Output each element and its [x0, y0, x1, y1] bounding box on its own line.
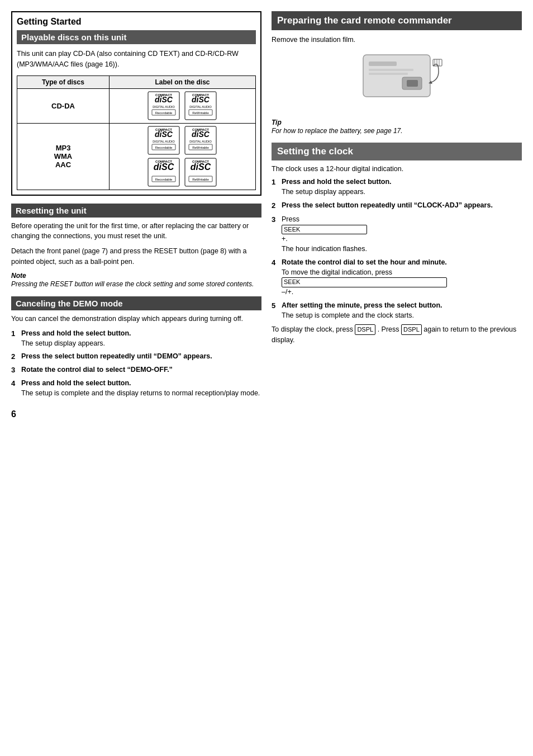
clock-steps-list: 1 Press and hold the select button. The … — [272, 177, 522, 320]
demo-step3-bold: Rotate the control dial to select “DEMO-… — [21, 365, 173, 375]
svg-text:diSC: diSC — [155, 95, 174, 104]
demo-step1-sub: The setup display appears. — [21, 339, 131, 349]
demo-section: Canceling the DEMO mode You can cancel t… — [11, 296, 261, 398]
table-row: MP3 WMA AAC COMPACT diSC DIGITAL AUDIO — [17, 123, 256, 190]
tip-section: Tip For how to replace the battery, see … — [272, 118, 522, 135]
disc-type-mp3: MP3 WMA AAC — [17, 123, 110, 190]
table-row: CD-DA COMPACT diSC DIGITAL AUDIO — [17, 88, 256, 123]
clock-step1-sub: The setup display appears. — [282, 187, 392, 197]
list-item: 2 Press the select button repeatedly unt… — [272, 201, 522, 211]
svg-text:ReWritable: ReWritable — [193, 178, 210, 181]
intro-text: This unit can play CD-DA (also containin… — [17, 49, 256, 70]
col-type: Type of discs — [17, 75, 110, 88]
svg-text:diSC: diSC — [191, 162, 211, 172]
svg-rect-37 — [369, 73, 408, 75]
getting-started-box: Getting Started Playable discs on this u… — [11, 11, 261, 196]
svg-rect-39 — [407, 80, 418, 87]
disc-icon-mp3-rewritable1: COMPACT diSC DIGITAL AUDIO ReWritable — [183, 126, 218, 155]
svg-text:Recordable: Recordable — [155, 178, 173, 181]
disc-icon-mp3-rewritable2: COMPACT diSC ReWritable — [183, 158, 218, 187]
list-item: 4 Rotate the control dial to set the hou… — [272, 258, 522, 297]
svg-text:diSC: diSC — [155, 130, 174, 139]
clock-step3-sub: The hour indication flashes. — [282, 244, 367, 254]
clock-footer: To display the clock, press DSPL . Press… — [272, 324, 522, 346]
svg-text:ReWritable: ReWritable — [193, 111, 210, 115]
svg-text:diSC: diSC — [192, 130, 211, 139]
svg-text:DIGITAL AUDIO: DIGITAL AUDIO — [153, 105, 175, 108]
resetting-body2: Detach the front panel (page 7) and pres… — [11, 246, 261, 267]
disc-icon-mp3-recordable2: COMPACT diSC Recordable — [146, 158, 181, 187]
getting-started-title: Getting Started — [17, 17, 256, 27]
svg-text:DIGITAL AUDIO: DIGITAL AUDIO — [190, 105, 212, 108]
preparing-section: Preparing the card remote commander Remo… — [272, 11, 522, 135]
preparing-intro: Remove the insulation film. — [272, 36, 522, 44]
svg-text:Recordable: Recordable — [155, 111, 173, 115]
list-item: 5 After setting the minute, press the se… — [272, 301, 522, 320]
seek-kbd-2: SEEK — [282, 277, 447, 287]
card-remote-image-area — [272, 49, 522, 112]
right-column: Preparing the card remote commander Remo… — [272, 11, 522, 419]
demo-step4-bold: Press and hold the select button. — [21, 379, 260, 389]
disc-icons-cdda: COMPACT diSC DIGITAL AUDIO Recordable — [109, 88, 255, 123]
page-layout: Getting Started Playable discs on this u… — [11, 11, 522, 419]
svg-text:ReWritable: ReWritable — [193, 146, 210, 149]
svg-text:Recordable: Recordable — [155, 146, 173, 149]
svg-rect-35 — [369, 62, 397, 66]
list-item: 1 Press and hold the select button. The … — [272, 177, 522, 197]
svg-rect-36 — [369, 69, 413, 71]
demo-header: Canceling the DEMO mode — [11, 296, 261, 310]
dspl-kbd-2: DSPL — [401, 324, 422, 335]
demo-step2-bold: Press the select button repeatedly until… — [21, 352, 212, 362]
list-item: 3 Press SEEK +. The hour indication flas… — [272, 215, 522, 254]
demo-step1-bold: Press and hold the select button. — [21, 329, 131, 339]
disc-icon-recordable: COMPACT diSC DIGITAL AUDIO Recordable — [146, 91, 181, 121]
list-item: 3 Rotate the control dial to select “DEM… — [11, 365, 261, 375]
resetting-header: Resetting the unit — [11, 204, 261, 218]
demo-step4-sub: The setup is complete and the display re… — [21, 389, 260, 399]
preparing-header: Preparing the card remote commander — [272, 11, 522, 30]
clock-step5-sub: The setup is complete and the clock star… — [282, 311, 442, 321]
clock-header: Setting the clock — [272, 143, 522, 160]
col-label: Label on the disc — [109, 75, 255, 88]
disc-icon-rewritable: COMPACT diSC DIGITAL AUDIO ReWritable — [183, 91, 218, 121]
demo-intro: You can cancel the demonstration display… — [11, 314, 261, 324]
list-item: 4 Press and hold the select button. The … — [11, 379, 261, 398]
note-block: Note Pressing the RESET button will eras… — [11, 272, 261, 289]
disc-icon-mp3-recordable1: COMPACT diSC DIGITAL AUDIO Recordable — [146, 126, 181, 155]
clock-step2-bold: Press the select button repeatedly until… — [282, 201, 493, 211]
disc-icons-mp3: COMPACT diSC DIGITAL AUDIO Recordable — [109, 123, 255, 190]
clock-step3-bold: Press SEEK +. — [282, 215, 367, 244]
svg-text:DIGITAL AUDIO: DIGITAL AUDIO — [153, 140, 175, 143]
tip-label: Tip — [272, 119, 282, 126]
card-remote-svg — [346, 49, 447, 111]
page-number: 6 — [11, 409, 261, 419]
svg-text:diSC: diSC — [154, 162, 174, 172]
resetting-section: Resetting the unit Before operating the … — [11, 204, 261, 289]
disc-table: Type of discs Label on the disc CD-DA — [17, 75, 256, 190]
note-text: Pressing the RESET button will erase the… — [11, 280, 254, 288]
clock-step4-sub: To move the digital indication, press SE… — [282, 268, 447, 297]
left-column: Getting Started Playable discs on this u… — [11, 11, 261, 419]
clock-step1-bold: Press and hold the select button. — [282, 177, 392, 187]
disc-type-cdda: CD-DA — [17, 88, 110, 123]
svg-text:DIGITAL AUDIO: DIGITAL AUDIO — [190, 140, 212, 143]
resetting-body1: Before operating the unit for the first … — [11, 221, 261, 242]
svg-rect-34 — [363, 55, 430, 97]
list-item: 2 Press the select button repeatedly unt… — [11, 352, 261, 362]
tip-text: For how to replace the battery, see page… — [272, 127, 403, 135]
clock-intro: The clock uses a 12-hour digital indicat… — [272, 165, 522, 173]
svg-text:diSC: diSC — [192, 95, 211, 104]
demo-steps-list: 1 Press and hold the select button. The … — [11, 329, 261, 398]
list-item: 1 Press and hold the select button. The … — [11, 329, 261, 348]
dspl-kbd-1: DSPL — [355, 324, 375, 335]
clock-step4-bold: Rotate the control dial to set the hour … — [282, 258, 447, 268]
playable-discs-header: Playable discs on this unit — [17, 30, 256, 44]
note-label: Note — [11, 272, 261, 280]
clock-section: Setting the clock The clock uses a 12-ho… — [272, 143, 522, 345]
seek-kbd-1: SEEK — [282, 225, 367, 234]
clock-step5-bold: After setting the minute, press the sele… — [282, 301, 442, 311]
